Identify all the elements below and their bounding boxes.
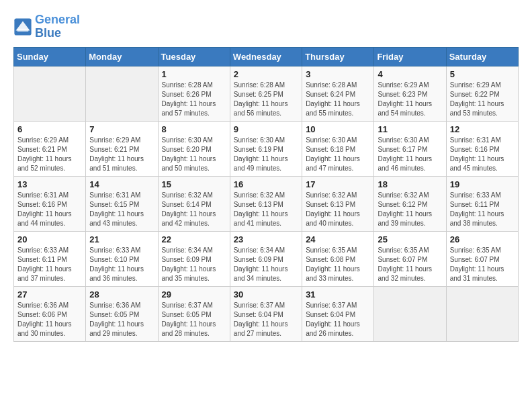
calendar-cell <box>446 286 518 341</box>
calendar-table: SundayMondayTuesdayWednesdayThursdayFrid… <box>13 47 519 342</box>
day-info: Sunrise: 6:30 AM Sunset: 6:20 PM Dayligh… <box>162 136 226 173</box>
week-row-2: 6Sunrise: 6:29 AM Sunset: 6:21 PM Daylig… <box>14 121 519 176</box>
day-number: 4 <box>378 69 442 79</box>
weekday-thursday: Thursday <box>302 47 374 66</box>
week-row-3: 13Sunrise: 6:31 AM Sunset: 6:16 PM Dayli… <box>14 176 519 231</box>
calendar-cell: 8Sunrise: 6:30 AM Sunset: 6:20 PM Daylig… <box>158 121 230 176</box>
calendar-cell: 11Sunrise: 6:30 AM Sunset: 6:17 PM Dayli… <box>374 121 446 176</box>
logo-text: General Blue <box>35 13 80 40</box>
day-number: 15 <box>162 179 226 189</box>
calendar-cell: 25Sunrise: 6:35 AM Sunset: 6:07 PM Dayli… <box>374 231 446 286</box>
day-number: 7 <box>89 124 154 134</box>
day-number: 10 <box>306 124 370 134</box>
day-number: 20 <box>17 234 82 244</box>
day-number: 14 <box>89 179 154 189</box>
weekday-monday: Monday <box>86 47 158 66</box>
calendar-cell: 9Sunrise: 6:30 AM Sunset: 6:19 PM Daylig… <box>230 121 302 176</box>
calendar-cell: 31Sunrise: 6:37 AM Sunset: 6:04 PM Dayli… <box>302 286 374 341</box>
calendar-cell: 22Sunrise: 6:34 AM Sunset: 6:09 PM Dayli… <box>158 231 230 286</box>
calendar-cell: 17Sunrise: 6:32 AM Sunset: 6:13 PM Dayli… <box>302 176 374 231</box>
calendar-cell: 26Sunrise: 6:35 AM Sunset: 6:07 PM Dayli… <box>446 231 518 286</box>
calendar-cell: 2Sunrise: 6:28 AM Sunset: 6:25 PM Daylig… <box>230 66 302 121</box>
calendar-cell: 12Sunrise: 6:31 AM Sunset: 6:16 PM Dayli… <box>446 121 518 176</box>
page-header: General Blue <box>13 13 519 40</box>
day-info: Sunrise: 6:31 AM Sunset: 6:16 PM Dayligh… <box>450 136 515 173</box>
week-row-5: 27Sunrise: 6:36 AM Sunset: 6:06 PM Dayli… <box>14 286 519 341</box>
calendar-cell: 20Sunrise: 6:33 AM Sunset: 6:11 PM Dayli… <box>14 231 86 286</box>
day-number: 13 <box>17 179 82 189</box>
calendar-header: SundayMondayTuesdayWednesdayThursdayFrid… <box>14 47 519 66</box>
calendar-cell: 27Sunrise: 6:36 AM Sunset: 6:06 PM Dayli… <box>14 286 86 341</box>
day-info: Sunrise: 6:36 AM Sunset: 6:06 PM Dayligh… <box>17 301 82 338</box>
day-number: 1 <box>162 69 226 79</box>
calendar-cell: 7Sunrise: 6:29 AM Sunset: 6:21 PM Daylig… <box>86 121 158 176</box>
day-number: 29 <box>162 289 226 300</box>
day-info: Sunrise: 6:31 AM Sunset: 6:16 PM Dayligh… <box>17 191 82 228</box>
calendar-cell: 1Sunrise: 6:28 AM Sunset: 6:26 PM Daylig… <box>158 66 230 121</box>
day-number: 27 <box>17 289 82 300</box>
week-row-4: 20Sunrise: 6:33 AM Sunset: 6:11 PM Dayli… <box>14 231 519 286</box>
calendar-cell: 30Sunrise: 6:37 AM Sunset: 6:04 PM Dayli… <box>230 286 302 341</box>
day-info: Sunrise: 6:33 AM Sunset: 6:10 PM Dayligh… <box>89 246 154 283</box>
week-row-1: 1Sunrise: 6:28 AM Sunset: 6:26 PM Daylig… <box>14 66 519 121</box>
calendar-cell: 6Sunrise: 6:29 AM Sunset: 6:21 PM Daylig… <box>14 121 86 176</box>
day-number: 19 <box>450 179 515 189</box>
day-number: 17 <box>306 179 370 189</box>
day-info: Sunrise: 6:32 AM Sunset: 6:13 PM Dayligh… <box>234 191 298 228</box>
day-number: 23 <box>234 234 298 244</box>
day-info: Sunrise: 6:33 AM Sunset: 6:11 PM Dayligh… <box>450 191 515 228</box>
weekday-wednesday: Wednesday <box>230 47 302 66</box>
day-info: Sunrise: 6:34 AM Sunset: 6:09 PM Dayligh… <box>234 246 298 283</box>
day-number: 18 <box>378 179 442 189</box>
day-number: 8 <box>162 124 226 134</box>
weekday-row: SundayMondayTuesdayWednesdayThursdayFrid… <box>14 47 519 66</box>
calendar-cell: 28Sunrise: 6:36 AM Sunset: 6:05 PM Dayli… <box>86 286 158 341</box>
day-number: 2 <box>234 69 298 79</box>
day-number: 5 <box>450 69 515 79</box>
day-number: 30 <box>234 289 298 300</box>
day-info: Sunrise: 6:35 AM Sunset: 6:07 PM Dayligh… <box>378 246 442 283</box>
calendar-cell: 16Sunrise: 6:32 AM Sunset: 6:13 PM Dayli… <box>230 176 302 231</box>
calendar-cell: 24Sunrise: 6:35 AM Sunset: 6:08 PM Dayli… <box>302 231 374 286</box>
day-info: Sunrise: 6:36 AM Sunset: 6:05 PM Dayligh… <box>89 301 154 338</box>
day-number: 6 <box>17 124 82 134</box>
day-number: 26 <box>450 234 515 244</box>
day-number: 16 <box>234 179 298 189</box>
day-number: 25 <box>378 234 442 244</box>
day-info: Sunrise: 6:31 AM Sunset: 6:15 PM Dayligh… <box>89 191 154 228</box>
day-info: Sunrise: 6:29 AM Sunset: 6:21 PM Dayligh… <box>17 136 82 173</box>
day-info: Sunrise: 6:29 AM Sunset: 6:22 PM Dayligh… <box>450 81 515 118</box>
logo-icon <box>13 17 32 36</box>
logo: General Blue <box>13 13 80 40</box>
day-info: Sunrise: 6:32 AM Sunset: 6:12 PM Dayligh… <box>378 191 442 228</box>
day-info: Sunrise: 6:37 AM Sunset: 6:05 PM Dayligh… <box>162 301 226 338</box>
weekday-sunday: Sunday <box>14 47 86 66</box>
calendar-cell <box>86 66 158 121</box>
weekday-saturday: Saturday <box>446 47 518 66</box>
day-info: Sunrise: 6:37 AM Sunset: 6:04 PM Dayligh… <box>234 301 298 338</box>
day-number: 11 <box>378 124 442 134</box>
calendar-cell: 4Sunrise: 6:29 AM Sunset: 6:23 PM Daylig… <box>374 66 446 121</box>
day-number: 24 <box>306 234 370 244</box>
day-info: Sunrise: 6:30 AM Sunset: 6:17 PM Dayligh… <box>378 136 442 173</box>
day-number: 28 <box>89 289 154 300</box>
weekday-friday: Friday <box>374 47 446 66</box>
calendar-cell: 21Sunrise: 6:33 AM Sunset: 6:10 PM Dayli… <box>86 231 158 286</box>
day-number: 22 <box>162 234 226 244</box>
calendar-cell <box>374 286 446 341</box>
day-info: Sunrise: 6:28 AM Sunset: 6:25 PM Dayligh… <box>234 81 298 118</box>
weekday-tuesday: Tuesday <box>158 47 230 66</box>
day-info: Sunrise: 6:35 AM Sunset: 6:07 PM Dayligh… <box>450 246 515 283</box>
svg-rect-2 <box>17 29 29 32</box>
calendar-cell: 13Sunrise: 6:31 AM Sunset: 6:16 PM Dayli… <box>14 176 86 231</box>
day-info: Sunrise: 6:35 AM Sunset: 6:08 PM Dayligh… <box>306 246 370 283</box>
day-info: Sunrise: 6:30 AM Sunset: 6:18 PM Dayligh… <box>306 136 370 173</box>
day-info: Sunrise: 6:33 AM Sunset: 6:11 PM Dayligh… <box>17 246 82 283</box>
day-info: Sunrise: 6:37 AM Sunset: 6:04 PM Dayligh… <box>306 301 370 338</box>
day-info: Sunrise: 6:29 AM Sunset: 6:23 PM Dayligh… <box>378 81 442 118</box>
calendar-cell: 3Sunrise: 6:28 AM Sunset: 6:24 PM Daylig… <box>302 66 374 121</box>
day-number: 3 <box>306 69 370 79</box>
day-info: Sunrise: 6:29 AM Sunset: 6:21 PM Dayligh… <box>89 136 154 173</box>
day-info: Sunrise: 6:28 AM Sunset: 6:26 PM Dayligh… <box>162 81 226 118</box>
day-info: Sunrise: 6:32 AM Sunset: 6:14 PM Dayligh… <box>162 191 226 228</box>
